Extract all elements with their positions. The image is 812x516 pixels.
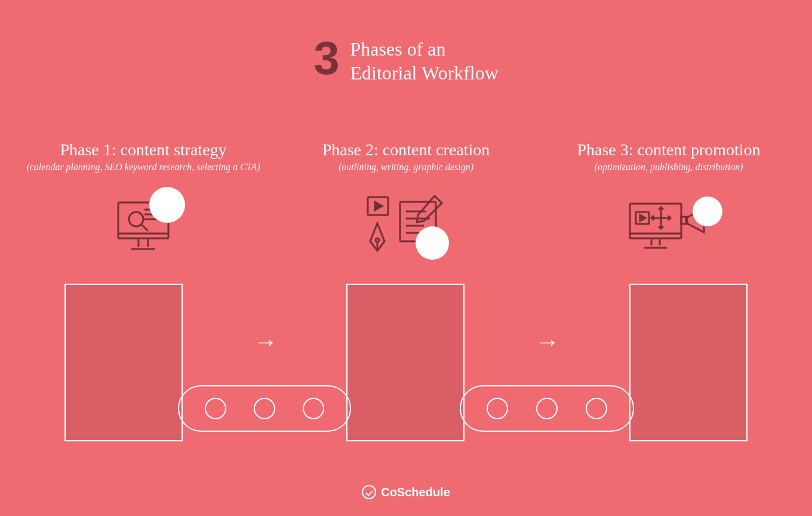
phase-1-title: Phase 1: content strategy	[24, 140, 263, 159]
svg-point-5	[129, 212, 143, 226]
phase-3-title: Phase 3: content promotion	[549, 140, 788, 159]
phase-1-box	[64, 284, 183, 441]
phase-3-box	[629, 284, 748, 441]
arrow-right-icon: →	[254, 328, 278, 355]
svg-point-12	[376, 238, 379, 242]
connector-dot	[487, 398, 508, 419]
phase-2-box	[346, 284, 465, 441]
connector-dot	[536, 398, 558, 419]
accent-circle	[149, 187, 185, 223]
header-number: 3	[313, 37, 339, 85]
svg-marker-25	[640, 215, 645, 221]
phase-1: Phase 1: content strategy (calendar plan…	[24, 140, 263, 262]
arrow-right-icon: →	[536, 328, 559, 355]
header: 3 Phases of an Editorial Workflow	[0, 37, 812, 85]
connector-dot	[586, 398, 607, 419]
phase-2: Phase 2: content creation (outlining, wr…	[287, 140, 525, 262]
svg-line-6	[142, 225, 148, 231]
accent-circle	[416, 226, 449, 260]
footer-brand: CoSchedule	[381, 486, 450, 499]
phase-1-subtitle: (calendar planning, SEO keyword research…	[24, 162, 263, 173]
header-title-line2: Editorial Workflow	[350, 61, 499, 85]
connector-2	[460, 385, 634, 432]
phase-3: Phase 3: content promotion (optimization…	[549, 140, 788, 262]
connector-1	[178, 385, 351, 432]
header-title-line1: Phases of an	[350, 37, 499, 61]
phases-row: Phase 1: content strategy (calendar plan…	[0, 140, 812, 262]
phase-3-subtitle: (optimization, publishing, distribution)	[549, 162, 788, 173]
svg-rect-28	[681, 217, 687, 224]
phase-2-title: Phase 2: content creation	[287, 140, 525, 159]
phase-2-subtitle: (outlining, writing, graphic design)	[287, 162, 525, 173]
footer: CoSchedule	[0, 485, 812, 499]
svg-marker-11	[375, 202, 382, 210]
coschedule-logo-icon	[362, 485, 376, 499]
connector-dot	[205, 398, 226, 419]
phase-2-icon-zone	[287, 191, 525, 262]
accent-circle	[693, 196, 722, 226]
conveyor: → →	[0, 284, 812, 463]
connector-dot	[303, 398, 324, 419]
phase-3-icon-zone	[549, 191, 788, 262]
header-title: Phases of an Editorial Workflow	[350, 37, 499, 85]
phase-1-icon-zone	[24, 191, 263, 262]
connector-dot	[254, 398, 275, 419]
